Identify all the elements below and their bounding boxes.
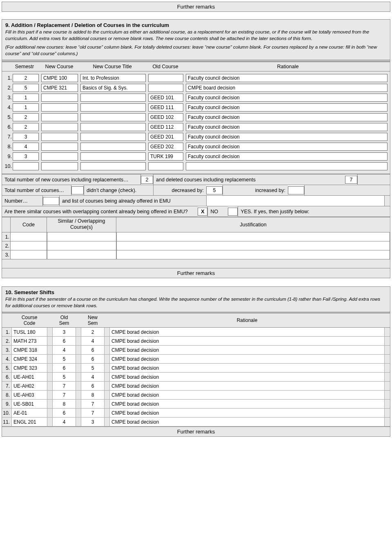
cell-rationale[interactable]: Faculty council decision xyxy=(186,74,388,82)
shift-old-sem[interactable]: 5 xyxy=(53,373,76,381)
cell-rationale[interactable]: Faculty council decision xyxy=(186,123,388,131)
cell-new-course[interactable] xyxy=(41,123,78,131)
cell-old-course[interactable]: GEED 102 xyxy=(148,113,183,121)
cell-new-title[interactable] xyxy=(80,133,146,141)
shift-rationale[interactable]: CMPE borad decision xyxy=(110,418,384,426)
shift-old-sem[interactable]: 5 xyxy=(53,355,76,363)
cell-old-course[interactable] xyxy=(148,74,183,82)
justify-overlap[interactable] xyxy=(47,241,116,250)
sum-inc-val[interactable] xyxy=(288,186,304,194)
shift-code[interactable]: UE-SB01 xyxy=(12,400,47,408)
cell-old-course[interactable]: GEED 201 xyxy=(148,133,183,141)
cell-old-course[interactable]: GEED 202 xyxy=(148,143,183,151)
shift-code[interactable]: ENGL 201 xyxy=(12,418,47,426)
shift-old-sem[interactable]: 6 xyxy=(53,409,76,417)
cell-new-course[interactable]: CMPE 100 xyxy=(41,74,78,82)
cell-semester[interactable]: 2 xyxy=(13,123,39,131)
cell-old-course[interactable]: GEED 112 xyxy=(148,123,183,131)
cell-new-course[interactable] xyxy=(41,113,78,121)
shift-rationale[interactable]: CMPE borad decision xyxy=(110,382,384,390)
shift-new-sem[interactable]: 7 xyxy=(81,409,104,417)
cell-semester[interactable]: 4 xyxy=(13,143,39,151)
shift-new-sem[interactable]: 6 xyxy=(81,355,104,363)
sum-nochange-box[interactable] xyxy=(71,186,84,194)
sum-new-val[interactable]: 2 xyxy=(141,176,153,184)
shift-old-sem[interactable]: 6 xyxy=(53,364,76,372)
cell-semester[interactable]: 5 xyxy=(13,84,39,92)
shift-rationale[interactable]: CMPE borad decision xyxy=(110,355,384,363)
overlap-no-check[interactable]: X xyxy=(198,208,207,216)
shift-rationale[interactable]: CMPE borad decision xyxy=(110,364,384,372)
cell-new-course[interactable] xyxy=(41,133,78,141)
shift-rationale[interactable]: CMPE borad decision xyxy=(110,373,384,381)
cell-semester[interactable]: 2 xyxy=(13,113,39,121)
shift-code[interactable]: UE-AH01 xyxy=(12,373,47,381)
cell-rationale[interactable]: Faculty council decision xyxy=(186,103,388,112)
cell-old-course[interactable]: TURK 199 xyxy=(148,152,183,161)
shift-old-sem[interactable]: 8 xyxy=(53,400,76,408)
cell-new-title[interactable]: Basics of Sig. & Sys. xyxy=(80,84,146,92)
shift-rationale[interactable]: CMPE borad decision xyxy=(110,337,384,345)
cell-new-title[interactable]: Int. to Profession xyxy=(80,74,146,82)
shift-rationale[interactable]: CMPE borad decision xyxy=(110,328,384,336)
cell-new-title[interactable] xyxy=(80,103,146,112)
cell-old-course[interactable] xyxy=(148,84,183,92)
sum-num-val[interactable] xyxy=(43,197,59,205)
cell-semester[interactable]: 1 xyxy=(13,94,39,102)
cell-new-course[interactable] xyxy=(41,103,78,112)
shift-code[interactable]: MATH 273 xyxy=(12,337,47,345)
shift-old-sem[interactable]: 6 xyxy=(53,337,76,345)
justify-overlap[interactable] xyxy=(47,250,116,259)
justify-code[interactable] xyxy=(10,250,47,259)
shift-new-sem[interactable]: 3 xyxy=(81,418,104,426)
shift-rationale[interactable]: CMPE borad decision xyxy=(110,400,384,408)
cell-semester[interactable]: 3 xyxy=(13,152,39,161)
cell-new-title[interactable] xyxy=(80,123,146,131)
cell-new-title[interactable] xyxy=(80,143,146,151)
cell-new-course[interactable]: CMPE 321 xyxy=(41,84,78,92)
shift-rationale[interactable]: CMPE borad decision xyxy=(110,409,384,417)
cell-semester[interactable] xyxy=(13,162,39,170)
cell-semester[interactable]: 2 xyxy=(13,74,39,82)
cell-rationale[interactable]: Faculty council decision xyxy=(186,94,388,102)
justify-overlap[interactable] xyxy=(47,232,116,241)
cell-semester[interactable]: 3 xyxy=(13,133,39,141)
shift-old-sem[interactable]: 4 xyxy=(53,418,76,426)
cell-new-title[interactable] xyxy=(80,113,146,121)
cell-semester[interactable]: 1 xyxy=(13,103,39,112)
shift-new-sem[interactable]: 6 xyxy=(81,382,104,390)
shift-rationale[interactable]: CMPE borad decision xyxy=(110,346,384,354)
justify-text[interactable] xyxy=(116,241,390,250)
cell-old-course[interactable]: GEED 101 xyxy=(148,94,183,102)
shift-old-sem[interactable]: 4 xyxy=(53,346,76,354)
cell-rationale[interactable] xyxy=(186,162,388,170)
cell-new-course[interactable] xyxy=(41,152,78,161)
cell-rationale[interactable]: Faculty council decision xyxy=(186,152,388,161)
shift-code[interactable]: AE-01 xyxy=(12,409,47,417)
sum-del-val[interactable]: 7 xyxy=(345,176,357,184)
cell-rationale[interactable]: Faculty council decision xyxy=(186,113,388,121)
cell-new-course[interactable] xyxy=(41,162,78,170)
shift-new-sem[interactable]: 7 xyxy=(81,400,104,408)
shift-new-sem[interactable]: 6 xyxy=(81,346,104,354)
shift-code[interactable]: UE-AH02 xyxy=(12,382,47,390)
cell-new-course[interactable] xyxy=(41,94,78,102)
shift-old-sem[interactable]: 3 xyxy=(53,328,76,336)
cell-rationale[interactable]: CMPE board decision xyxy=(186,84,388,92)
shift-old-sem[interactable]: 7 xyxy=(53,391,76,399)
justify-code[interactable] xyxy=(10,241,47,250)
shift-code[interactable]: UE-AH03 xyxy=(12,391,47,399)
cell-new-title[interactable] xyxy=(80,94,146,102)
cell-old-course[interactable]: GEED 111 xyxy=(148,103,183,112)
shift-code[interactable]: CMPE 323 xyxy=(12,364,47,372)
sum-list-field[interactable] xyxy=(206,196,384,206)
justify-text[interactable] xyxy=(116,250,390,259)
justify-text[interactable] xyxy=(116,232,390,241)
shift-code[interactable]: TUSL 180 xyxy=(12,328,47,336)
shift-new-sem[interactable]: 4 xyxy=(81,373,104,381)
shift-code[interactable]: CMPE 324 xyxy=(12,355,47,363)
overlap-yes-check[interactable] xyxy=(228,208,238,216)
cell-old-course[interactable] xyxy=(148,162,183,170)
cell-rationale[interactable]: Faculty council decision xyxy=(186,143,388,151)
cell-new-title[interactable] xyxy=(80,162,146,170)
